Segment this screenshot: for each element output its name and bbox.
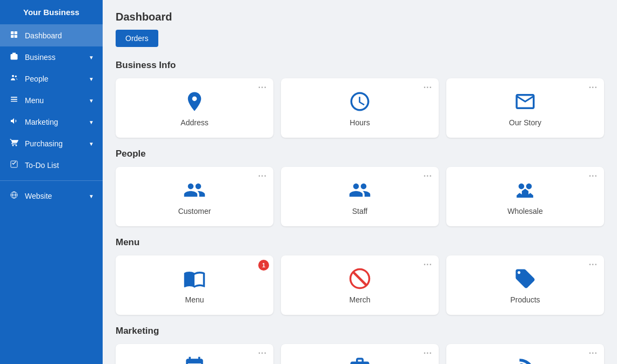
marketing-arrow-icon: ▼: [89, 119, 94, 125]
svg-rect-9: [11, 97, 17, 98]
card-customer[interactable]: ··· Customer: [116, 167, 273, 226]
svg-rect-10: [11, 99, 17, 100]
card-dots[interactable]: ···: [424, 83, 432, 92]
card-events[interactable]: ··· Events: [116, 344, 273, 364]
sidebar-label-dashboard: Dashboard: [25, 31, 62, 40]
sidebar-item-people[interactable]: People ▼: [0, 68, 103, 90]
staff-icon: [348, 179, 371, 201]
card-dots[interactable]: ···: [589, 171, 598, 181]
svg-point-7: [12, 75, 14, 77]
card-dots[interactable]: ···: [589, 83, 598, 92]
svg-point-12: [12, 145, 14, 146]
marketing-grid: ··· Events ··· Jobs ··· Social: [116, 344, 604, 364]
website-arrow-icon: ▼: [89, 193, 94, 199]
events-icon: [183, 356, 206, 364]
sidebar-label-people: People: [25, 75, 49, 83]
card-label-merch: Merch: [350, 295, 371, 304]
business-arrow-icon: ▼: [89, 55, 94, 60]
products-icon: [514, 267, 536, 290]
section-title-marketing: Marketing: [116, 326, 604, 336]
svg-point-13: [16, 145, 17, 146]
card-staff[interactable]: ··· Staff: [281, 167, 439, 226]
customer-icon: [183, 179, 206, 201]
svg-rect-0: [11, 31, 14, 34]
wholesale-icon: [514, 179, 536, 201]
orders-button[interactable]: Orders: [116, 30, 158, 47]
todo-icon: [9, 160, 19, 171]
card-address[interactable]: ··· Address: [116, 78, 273, 138]
card-dots[interactable]: ···: [589, 260, 598, 269]
card-label-customer: Customer: [178, 207, 211, 215]
card-label-staff: Staff: [352, 207, 368, 215]
merch-icon: [348, 267, 371, 290]
card-label-wholesale: Wholesale: [507, 207, 542, 215]
sidebar-item-purchasing[interactable]: Purchasing ▼: [0, 133, 103, 154]
card-social[interactable]: ··· Social: [446, 344, 604, 364]
sidebar-label-marketing: Marketing: [25, 118, 58, 126]
sidebar-label-todo: To-Do List: [25, 161, 59, 170]
menu-arrow-icon: ▼: [89, 98, 94, 104]
business-info-grid: ··· Address ··· Hours ··· Our Story: [116, 78, 604, 138]
card-our-story[interactable]: ··· Our Story: [446, 78, 604, 138]
dashboard-icon: [9, 30, 19, 41]
card-label-our-story: Our Story: [509, 118, 541, 127]
purchasing-icon: [9, 138, 19, 149]
svg-rect-14: [11, 161, 17, 167]
card-dots[interactable]: ···: [424, 260, 432, 269]
menu-badge: 1: [258, 260, 269, 271]
sidebar-item-website[interactable]: Website ▼: [0, 185, 103, 207]
card-dots[interactable]: ···: [258, 83, 267, 92]
sidebar-label-menu: Menu: [25, 96, 44, 105]
sidebar: Your Business Dashboard Business ▼ Peopl…: [0, 0, 103, 364]
menu-icon: [9, 95, 19, 106]
purchasing-arrow-icon: ▼: [89, 141, 94, 147]
address-icon: [183, 90, 206, 113]
svg-rect-11: [11, 101, 17, 102]
people-arrow-icon: ▼: [89, 76, 94, 82]
card-label-address: Address: [180, 118, 208, 127]
sidebar-label-business: Business: [25, 53, 56, 62]
sidebar-divider: [0, 180, 103, 181]
menu-book-icon: [183, 267, 206, 290]
card-hours[interactable]: ··· Hours: [281, 78, 439, 138]
card-label-products: Products: [510, 295, 540, 304]
card-label-hours: Hours: [350, 118, 370, 127]
card-dots[interactable]: ···: [258, 171, 267, 181]
sidebar-item-marketing[interactable]: Marketing ▼: [0, 111, 103, 133]
sidebar-item-menu[interactable]: Menu ▼: [0, 90, 103, 111]
sidebar-item-todo[interactable]: To-Do List: [0, 154, 103, 176]
people-grid: ··· Customer ··· Staff ··· Wholesale: [116, 167, 604, 226]
business-icon: [9, 52, 19, 63]
card-dots[interactable]: ···: [258, 348, 267, 358]
card-jobs[interactable]: ··· Jobs: [281, 344, 439, 364]
people-icon: [9, 73, 19, 84]
card-label-menu: Menu: [185, 295, 204, 304]
card-dots[interactable]: ···: [424, 348, 432, 358]
svg-rect-2: [11, 35, 14, 38]
sidebar-brand: Your Business: [0, 0, 103, 25]
card-products[interactable]: ··· Products: [446, 255, 604, 315]
sidebar-item-dashboard[interactable]: Dashboard: [0, 25, 103, 46]
section-title-people: People: [116, 149, 604, 159]
main-content: Dashboard Orders Business Info ··· Addre…: [103, 0, 617, 364]
svg-rect-1: [15, 31, 17, 34]
svg-rect-3: [15, 35, 17, 38]
card-wholesale[interactable]: ··· Wholesale: [446, 167, 604, 226]
svg-rect-6: [12, 53, 15, 55]
marketing-icon: [9, 117, 19, 127]
card-menu[interactable]: 1 Menu: [116, 255, 273, 315]
sidebar-label-purchasing: Purchasing: [25, 139, 63, 148]
card-dots[interactable]: ···: [589, 348, 598, 358]
social-icon: [514, 356, 536, 364]
svg-point-8: [15, 76, 17, 77]
section-title-business-info: Business Info: [116, 60, 604, 71]
section-title-menu: Menu: [116, 237, 604, 248]
card-merch[interactable]: ··· Merch: [281, 255, 439, 315]
card-dots[interactable]: ···: [424, 171, 432, 181]
page-title: Dashboard: [116, 11, 604, 23]
sidebar-item-business[interactable]: Business ▼: [0, 46, 103, 68]
sidebar-label-website: Website: [25, 192, 52, 200]
menu-grid: 1 Menu ··· Merch ··· Products: [116, 255, 604, 315]
jobs-icon: [348, 356, 371, 364]
website-icon: [9, 191, 19, 201]
